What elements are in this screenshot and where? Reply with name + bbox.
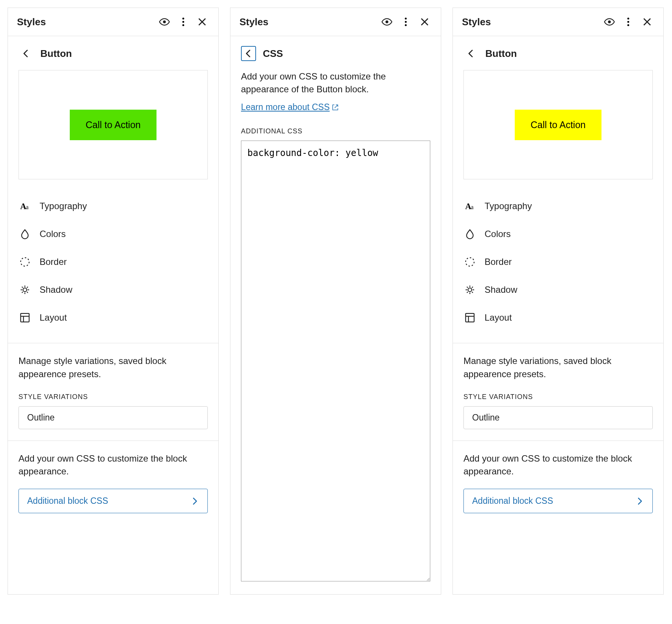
menu-item-colors[interactable]: Colors [463,220,653,248]
menu-label: Layout [485,312,512,323]
style-menu: Typography Colors Border Shadow Layout [8,188,218,343]
variations-desc: Manage style variations, saved block app… [463,355,653,381]
variations-desc: Manage style variations, saved block app… [18,355,208,381]
menu-label: Shadow [485,284,517,295]
preview-icon[interactable] [157,15,172,29]
screen-title: Button [485,48,517,60]
panel-title: Styles [239,16,375,28]
menu-label: Colors [485,229,511,239]
custom-css-section: Add your own CSS to customize the block … [8,441,218,525]
menu-item-colors[interactable]: Colors [18,220,208,248]
styles-panel-right: Styles Button Call to Action Typography … [453,8,664,595]
menu-label: Border [40,257,67,267]
variations-label: STYLE VARIATIONS [18,393,208,401]
back-button[interactable] [241,46,256,61]
css-button-label: Additional block CSS [472,496,553,506]
cta-button-preview: Call to Action [70,110,156,140]
breadcrumb: Button [8,36,218,65]
external-link-icon [332,104,339,111]
block-preview: Call to Action [18,70,208,179]
menu-label: Border [485,257,512,267]
menu-item-layout[interactable]: Layout [18,304,208,332]
style-variations-section: Manage style variations, saved block app… [8,343,218,440]
menu-item-typography[interactable]: Typography [463,192,653,220]
border-icon [463,255,476,268]
menu-item-layout[interactable]: Layout [463,304,653,332]
variation-outline[interactable]: Outline [463,406,653,429]
border-icon [18,255,31,268]
breadcrumb: CSS [230,36,441,65]
layout-icon [463,311,476,324]
screen-title: CSS [263,48,283,60]
shadow-icon [463,283,476,296]
typography-icon [18,200,31,213]
style-variations-section: Manage style variations, saved block app… [453,343,663,440]
menu-item-border[interactable]: Border [18,248,208,276]
additional-css-textarea[interactable] [241,141,430,581]
additional-block-css-button[interactable]: Additional block CSS [463,489,653,513]
chevron-right-icon [190,497,199,506]
preview-icon[interactable] [380,15,394,29]
panel-title: Styles [462,16,598,28]
close-icon[interactable] [417,15,432,29]
menu-item-border[interactable]: Border [463,248,653,276]
shadow-icon [18,283,31,296]
close-icon[interactable] [640,15,654,29]
colors-icon [463,228,476,240]
menu-item-typography[interactable]: Typography [18,192,208,220]
css-screen-desc: Add your own CSS to customize the appear… [241,70,430,95]
additional-block-css-button[interactable]: Additional block CSS [18,489,208,513]
styles-panel-center: Styles CSS Add your own CSS to customize… [230,8,441,595]
panel-header: Styles [230,8,441,36]
back-button[interactable] [463,46,479,61]
more-menu-icon[interactable] [399,15,413,29]
block-preview: Call to Action [463,70,653,179]
close-icon[interactable] [195,15,209,29]
style-menu: Typography Colors Border Shadow Layout [453,188,663,343]
custom-css-section: Add your own CSS to customize the block … [453,441,663,525]
breadcrumb: Button [453,36,663,65]
panel-title: Styles [17,16,153,28]
menu-item-shadow[interactable]: Shadow [18,276,208,304]
more-menu-icon[interactable] [176,15,190,29]
styles-panel-left: Styles Button Call to Action Typography … [8,8,219,595]
chevron-right-icon [635,497,644,506]
additional-css-label: ADDITIONAL CSS [241,127,430,135]
menu-label: Layout [40,312,67,323]
more-menu-icon[interactable] [621,15,635,29]
typography-icon [463,200,476,213]
screen-title: Button [40,48,72,60]
layout-icon [18,311,31,324]
back-button[interactable] [18,46,34,61]
colors-icon [18,228,31,240]
css-button-label: Additional block CSS [27,496,108,506]
menu-label: Typography [40,201,87,211]
menu-label: Colors [40,229,66,239]
panel-header: Styles [8,8,218,36]
variation-outline[interactable]: Outline [18,406,208,429]
css-desc: Add your own CSS to customize the block … [463,452,653,479]
menu-label: Shadow [40,284,72,295]
css-desc: Add your own CSS to customize the block … [18,452,208,479]
panel-header: Styles [453,8,663,36]
variations-label: STYLE VARIATIONS [463,393,653,401]
learn-more-label: Learn more about CSS [241,102,330,112]
preview-icon[interactable] [602,15,617,29]
menu-item-shadow[interactable]: Shadow [463,276,653,304]
menu-label: Typography [485,201,532,211]
cta-button-preview: Call to Action [515,110,601,140]
learn-more-link[interactable]: Learn more about CSS [241,102,339,112]
